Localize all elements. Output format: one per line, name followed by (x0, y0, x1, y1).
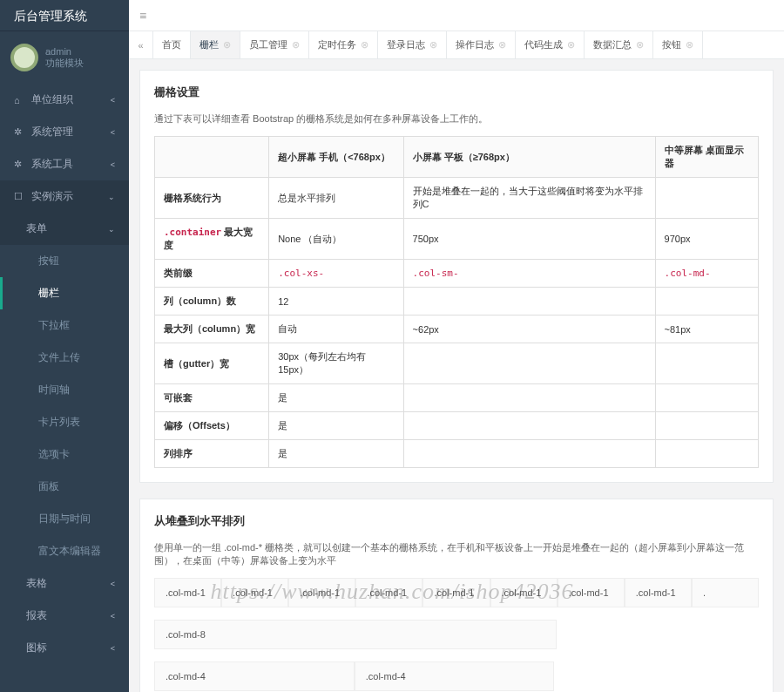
table-cell: .col-xs- (269, 260, 403, 288)
table-cell (403, 440, 655, 468)
sidebar-subitem[interactable]: 下拉框 (0, 309, 129, 342)
nav-label: 单位组织 (31, 92, 73, 107)
menu-toggle-icon[interactable]: ≡ (139, 9, 146, 23)
table-cell: 总是水平排列 (269, 178, 403, 219)
nav-label: 实例演示 (31, 189, 73, 204)
table-row: .container 最大宽度None （自动）750px970px (155, 219, 759, 260)
table-cell (655, 384, 758, 412)
tab[interactable]: 栅栏⊗ (191, 31, 240, 58)
table-cell (403, 412, 655, 440)
table-cell: None （自动） (269, 219, 403, 260)
tab-label: 按钮 (662, 38, 681, 51)
sidebar-subitem[interactable]: 栅栏 (0, 277, 129, 309)
topbar: ≡ (129, 0, 784, 31)
tab-label: 栅栏 (199, 38, 219, 51)
sidebar-item[interactable]: ⌂单位组织< (0, 84, 129, 116)
section-title: 栅格设置 (154, 85, 759, 100)
sidebar-item[interactable]: ✲系统管理< (0, 116, 129, 148)
table-cell: 750px (403, 219, 655, 260)
close-icon[interactable]: ⊗ (636, 39, 644, 51)
grid-demo-col: .col-md-1 (221, 578, 288, 607)
sidebar-item[interactable]: 图标< (0, 632, 129, 664)
grid-demo-row: .col-md-4.col-md-4 (154, 661, 759, 691)
chevron-icon: < (111, 96, 115, 105)
row-label: 可嵌套 (155, 384, 269, 412)
table-row: 列排序是 (155, 440, 759, 468)
close-icon[interactable]: ⊗ (223, 39, 231, 51)
row-label: 偏移（Offsets） (155, 412, 269, 440)
tab-label: 首页 (162, 38, 181, 51)
section-title: 从堆叠到水平排列 (154, 513, 759, 529)
grid-demo-col: .col-md-8 (154, 620, 557, 649)
row-label: 栅格系统行为 (155, 178, 269, 219)
tab-label: 登录日志 (387, 38, 425, 51)
nav-label: 系统工具 (31, 157, 73, 172)
user-role: 功能模块 (45, 57, 84, 70)
sidebar-subitem[interactable]: 时间轴 (0, 374, 129, 406)
tab-prev-button[interactable]: « (129, 31, 153, 58)
grid-demo-col: .col-md-1 (625, 578, 692, 607)
table-row: 可嵌套是 (155, 384, 759, 412)
table-cell: ~62px (403, 315, 655, 343)
tab[interactable]: 按钮⊗ (653, 31, 703, 58)
table-cell: 12 (269, 288, 403, 315)
table-row: 偏移（Offsets）是 (155, 412, 759, 440)
close-icon[interactable]: ⊗ (567, 39, 575, 51)
grid-demo-col: .col-md-1 (355, 578, 422, 607)
tab-label: 操作日志 (456, 38, 494, 51)
sidebar-subitem[interactable]: 日期与时间 (0, 503, 129, 535)
nav-icon: ✲ (14, 126, 26, 138)
nav-icon: ✲ (14, 159, 26, 170)
chevron-icon: ⌄ (108, 193, 115, 201)
sidebar-subitem[interactable]: 选项卡 (0, 438, 129, 471)
sidebar-item[interactable]: ☐实例演示⌄ (0, 180, 129, 213)
table-header (155, 137, 269, 178)
table-cell (655, 440, 758, 468)
tab[interactable]: 定时任务⊗ (309, 31, 378, 58)
row-label: .container 最大宽度 (155, 219, 269, 260)
panel-grid-settings: 栅格设置 通过下表可以详细查看 Bootstrap 的栅格系统是如何在多种屏幕设… (139, 70, 774, 483)
nav-label: 图标 (26, 641, 47, 655)
chevron-icon: ⌄ (108, 225, 115, 234)
table-cell (403, 288, 655, 315)
table-cell (403, 343, 655, 384)
section-desc: 使用单一的一组 .col-md-* 栅格类，就可以创建一个基本的栅格系统，在手机… (154, 541, 759, 567)
close-icon[interactable]: ⊗ (498, 39, 506, 51)
tab[interactable]: 员工管理⊗ (240, 31, 309, 58)
grid-spec-table: 超小屏幕 手机（<768px）小屏幕 平板（≥768px）中等屏幕 桌面显示器 … (154, 136, 759, 468)
table-row: 栅格系统行为总是水平排列开始是堆叠在一起的，当大于这些阈值时将变为水平排列C (155, 178, 759, 219)
tab[interactable]: 操作日志⊗ (447, 31, 516, 58)
table-cell: .col-sm- (403, 260, 655, 288)
grid-demo-col: .col-md-4 (355, 661, 555, 691)
close-icon[interactable]: ⊗ (361, 39, 368, 51)
sidebar-item[interactable]: 表格< (0, 567, 129, 600)
close-icon[interactable]: ⊗ (292, 39, 300, 51)
sidebar-item[interactable]: ✲系统工具< (0, 148, 129, 180)
user-block: admin 功能模块 (0, 31, 129, 84)
close-icon[interactable]: ⊗ (429, 39, 437, 51)
nav-icon: ⌂ (14, 95, 26, 105)
row-label: 槽（gutter）宽 (155, 343, 269, 384)
tab-label: 定时任务 (318, 38, 356, 51)
sidebar-item[interactable]: 报表< (0, 600, 129, 632)
chevron-icon: < (111, 128, 115, 137)
sidebar-subitem[interactable]: 按钮 (0, 245, 129, 277)
sidebar-subitem[interactable]: 面板 (0, 471, 129, 503)
nav-label: 系统管理 (31, 125, 73, 139)
tab-label: 员工管理 (249, 38, 287, 51)
table-cell: 自动 (269, 315, 403, 343)
tab[interactable]: 代码生成⊗ (516, 31, 585, 58)
tab[interactable]: 首页 (153, 31, 191, 58)
sidebar-subitem[interactable]: 卡片列表 (0, 406, 129, 438)
chevron-icon: < (111, 580, 115, 588)
sidebar-subitem[interactable]: 富文本编辑器 (0, 535, 129, 567)
sidebar-item-form[interactable]: 表单⌄ (0, 213, 129, 245)
tab[interactable]: 登录日志⊗ (378, 31, 447, 58)
table-cell (655, 288, 758, 315)
row-label: 类前缀 (155, 260, 269, 288)
tab[interactable]: 数据汇总⊗ (585, 31, 653, 58)
close-icon[interactable]: ⊗ (686, 39, 693, 51)
sidebar-subitem[interactable]: 文件上传 (0, 342, 129, 374)
table-cell (655, 343, 758, 384)
section-desc: 通过下表可以详细查看 Bootstrap 的栅格系统是如何在多种屏幕设备上工作的… (154, 112, 759, 126)
